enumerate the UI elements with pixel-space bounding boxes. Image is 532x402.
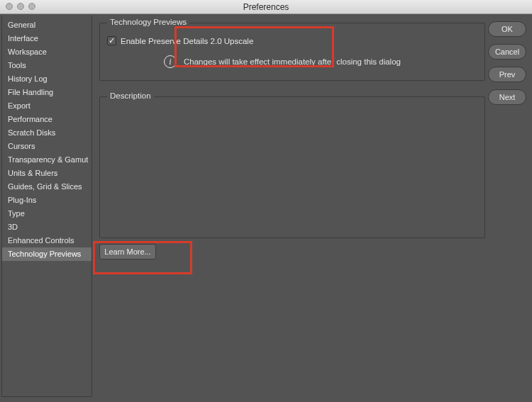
- sidebar-item-performance[interactable]: Performance: [2, 113, 92, 126]
- cancel-button[interactable]: Cancel: [488, 44, 526, 60]
- enable-preserve-details-checkbox[interactable]: ✓: [107, 36, 116, 45]
- technology-previews-legend: Technology Previews: [107, 18, 189, 26]
- enable-preserve-details-label: Enable Preserve Details 2.0 Upscale: [121, 37, 253, 45]
- sidebar-item-cursors[interactable]: Cursors: [2, 140, 92, 153]
- sidebar-item-interface[interactable]: Interface: [2, 32, 92, 45]
- info-text: Changes will take effect immediately aft…: [184, 57, 401, 66]
- enable-preserve-details-row: ✓ Enable Preserve Details 2.0 Upscale: [107, 36, 477, 45]
- next-button[interactable]: Next: [488, 89, 526, 105]
- learn-more-button[interactable]: Learn More...: [99, 244, 156, 259]
- minimize-window-button[interactable]: [17, 3, 24, 10]
- sidebar-item-guides-grid-slices[interactable]: Guides, Grid & Slices: [2, 180, 92, 194]
- titlebar: Preferences: [0, 0, 532, 14]
- window-body: General Interface Workspace Tools Histor…: [0, 14, 532, 402]
- prev-button[interactable]: Prev: [488, 67, 526, 82]
- close-window-button[interactable]: [6, 3, 13, 10]
- sidebar-item-transparency-gamut[interactable]: Transparency & Gamut: [2, 153, 92, 167]
- sidebar-item-general[interactable]: General: [2, 18, 92, 32]
- maximize-window-button[interactable]: [28, 3, 35, 10]
- sidebar-item-workspace[interactable]: Workspace: [2, 45, 92, 59]
- sidebar-item-export[interactable]: Export: [2, 99, 92, 113]
- description-legend: Description: [107, 91, 154, 100]
- ok-button[interactable]: OK: [488, 21, 526, 37]
- check-icon: ✓: [109, 37, 115, 45]
- description-group: Description: [99, 96, 485, 238]
- sidebar-item-3d[interactable]: 3D: [2, 220, 92, 234]
- sidebar-item-history-log[interactable]: History Log: [2, 72, 92, 86]
- sidebar: General Interface Workspace Tools Histor…: [1, 16, 92, 397]
- window-title: Preferences: [0, 0, 532, 14]
- window-controls: [6, 3, 35, 10]
- technology-previews-group: Technology Previews ✓ Enable Preserve De…: [99, 23, 485, 81]
- info-row: i Changes will take effect immediately a…: [107, 55, 477, 68]
- sidebar-item-type[interactable]: Type: [2, 207, 92, 220]
- sidebar-item-enhanced-controls[interactable]: Enhanced Controls: [2, 234, 92, 247]
- sidebar-item-plug-ins[interactable]: Plug-Ins: [2, 194, 92, 207]
- preferences-window: Preferences General Interface Workspace …: [0, 0, 532, 402]
- sidebar-item-units-rulers[interactable]: Units & Rulers: [2, 167, 92, 180]
- right-button-column: OK Cancel Prev Next: [489, 14, 532, 402]
- sidebar-item-technology-previews[interactable]: Technology Previews: [2, 247, 92, 261]
- sidebar-item-scratch-disks[interactable]: Scratch Disks: [2, 126, 92, 140]
- sidebar-item-tools[interactable]: Tools: [2, 59, 92, 72]
- info-icon: i: [164, 55, 177, 68]
- sidebar-item-file-handling[interactable]: File Handling: [2, 86, 92, 99]
- main-panel: Technology Previews ✓ Enable Preserve De…: [92, 14, 489, 402]
